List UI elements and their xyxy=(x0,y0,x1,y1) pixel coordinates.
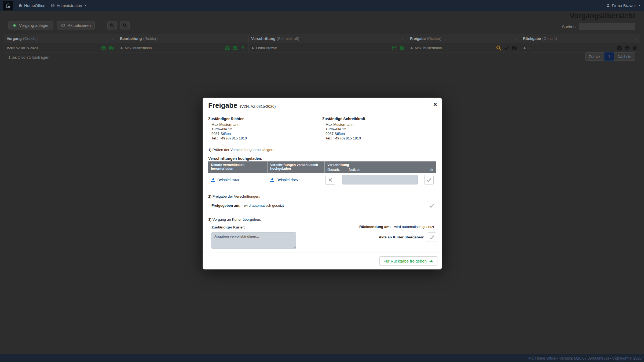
submit-label: Für Rückgabe freigeben xyxy=(383,259,427,263)
column-sublabel: (Gericht) xyxy=(542,36,557,41)
freigabe-check-button[interactable] xyxy=(427,201,436,210)
divider xyxy=(208,214,436,214)
check-icon xyxy=(429,203,435,209)
reject-button[interactable] xyxy=(325,175,335,185)
house-icon xyxy=(18,3,22,8)
col-ok: ok xyxy=(424,168,434,172)
diktat-file-cell: Beispiel.m4a xyxy=(208,178,267,182)
printer-icon[interactable] xyxy=(624,45,630,51)
person-icon xyxy=(523,46,526,50)
step2-label: Freigabe der Verschriftungen. xyxy=(213,194,260,198)
step3-text: 3) Vorgang an Kurier übergeben. xyxy=(208,217,436,221)
close-icon[interactable]: × xyxy=(432,101,438,109)
refresh-button[interactable]: Aktualisieren xyxy=(57,21,95,29)
column-header-freigabe[interactable]: Freigabe (Richter) ↑↓ xyxy=(407,34,520,43)
verschriftung-user: Firma Brawur xyxy=(256,46,277,50)
row-actions xyxy=(324,175,436,185)
pagination-next-button[interactable]: Nächste xyxy=(614,52,635,61)
column-header-vorgang[interactable]: Vorgang (Gericht) ↑↓ xyxy=(4,34,117,43)
divider xyxy=(208,191,436,191)
step3-label: Vorgang an Kurier übergeben. xyxy=(213,217,261,221)
pagination-prev-button[interactable]: Zurück xyxy=(585,52,604,61)
check-icon[interactable] xyxy=(504,45,509,51)
search-icon[interactable] xyxy=(496,45,502,51)
step1-label: Prüfen der Verschriftungen bestätigen. xyxy=(213,148,274,152)
microphone-icon[interactable] xyxy=(240,45,246,50)
col-verschriftung-group: Verschriftung überarb. Notizen ok xyxy=(324,161,436,173)
verschriftung-file-cell: Beispiel.docx xyxy=(267,178,324,182)
truck-icon[interactable] xyxy=(512,45,517,51)
column-header-rueckgabe[interactable]: Rückgabe (Gericht) ↑↓ xyxy=(520,34,640,43)
step2-text: 2) Freigabe der Verschriftungen. xyxy=(208,194,436,198)
freigegeben-am-value: - wird automatisch gesetzt - xyxy=(242,204,286,208)
trash-icon[interactable] xyxy=(632,45,637,50)
page-title: Vorgangsübersicht xyxy=(570,12,635,20)
ok-check-button[interactable] xyxy=(424,175,434,184)
refresh-icon xyxy=(61,23,65,28)
caret-down-icon xyxy=(84,4,87,7)
column-label: Bearbeitung xyxy=(120,36,142,41)
kurier-textarea[interactable] xyxy=(211,232,296,249)
kurier-label: Zuständiger Kurier: xyxy=(211,225,245,229)
column-sublabel: (Richter) xyxy=(427,36,441,41)
arrow-right-icon xyxy=(429,259,433,263)
richter-street: Turm-Alle 12 xyxy=(208,127,322,131)
zoom-in-button[interactable] xyxy=(107,21,117,29)
app-logo[interactable] xyxy=(3,1,13,10)
schreibkraft-name: Max Mustermann xyxy=(322,122,436,127)
step1-text: 1) Prüfen der Verschriftungen bestätigen… xyxy=(208,148,436,152)
richter-name: Max Mustermann xyxy=(208,122,322,127)
search-input[interactable] xyxy=(579,23,635,30)
step1-number: 1) xyxy=(208,148,211,152)
modal-title: Freigabe xyxy=(208,101,237,109)
download-audio-link[interactable]: Beispiel.m4a xyxy=(217,178,239,182)
truck-icon[interactable] xyxy=(109,45,114,51)
upload-table-header: Diktate verschlüsselt herunterladen Vers… xyxy=(208,161,436,173)
user-menu-label: Firma Brawur xyxy=(612,3,636,8)
step3-number: 3) xyxy=(208,217,211,221)
inbox-icon[interactable] xyxy=(224,45,230,51)
schreibkraft-city: 9087 Stiften xyxy=(322,131,436,136)
richter-phone: Tel.: +49 (0) 815 1810 xyxy=(208,136,322,141)
sort-icon: ↑↓ xyxy=(112,37,114,40)
footer-version-text: MC Home Office • Version: M20.07.09(66fe… xyxy=(528,356,642,360)
caret-down-icon xyxy=(638,4,641,7)
file-icon[interactable] xyxy=(399,45,404,50)
akte-check-button[interactable] xyxy=(427,232,436,242)
create-vorgang-button[interactable]: Vorgang anlegen xyxy=(8,21,53,29)
person-icon xyxy=(606,4,610,8)
cell-vorgang: VZN: AZ 0815-2020 xyxy=(4,43,117,53)
step3-grid: Zuständiger Kurier: Rücksendung am: - wi… xyxy=(208,225,436,249)
modal-header: Freigabe (VZN: AZ 0815-2020) × xyxy=(203,98,442,113)
save-icon[interactable] xyxy=(391,45,397,51)
user-menu[interactable]: Firma Brawur xyxy=(606,3,641,8)
richter-heading: Zuständiger Richter xyxy=(208,117,322,121)
nav-administration[interactable]: Administration xyxy=(51,3,87,8)
inbox-icon[interactable] xyxy=(616,45,622,51)
download-doc-link[interactable]: Beispiel.docx xyxy=(276,178,299,182)
vorgang-table: Vorgang (Gericht) ↑↓ Bearbeitung (Richte… xyxy=(4,34,640,53)
column-sublabel: (Richter) xyxy=(143,36,158,41)
zoom-in-icon xyxy=(110,23,114,28)
schreibkraft-contact: Zuständige Schreibkraft Max Mustermann T… xyxy=(322,117,436,141)
sort-icon: ↑↓ xyxy=(635,37,637,40)
freigegeben-am-label: Freigegeben am: xyxy=(211,204,240,208)
sort-icon: ↑↓ xyxy=(243,37,246,40)
pagination-page-1[interactable]: 1 xyxy=(604,52,614,61)
notizen-input[interactable] xyxy=(342,175,418,184)
column-header-bearbeitung[interactable]: Bearbeitung (Richter) ↑↓ xyxy=(117,34,248,43)
contacts: Zuständiger Richter Max Mustermann Turm-… xyxy=(208,117,436,141)
divider xyxy=(208,144,436,144)
cell-freigabe: Max Mustermann xyxy=(407,43,520,53)
printer-icon[interactable] xyxy=(101,45,106,51)
laptop-icon[interactable] xyxy=(232,45,238,51)
submit-freigabe-button[interactable]: Für Rückgabe freigeben xyxy=(379,256,437,266)
nav-homeoffice[interactable]: HomeOffice xyxy=(18,3,45,8)
col-verschriftungen: Verschriftungen verschlüsselt hochgelade… xyxy=(267,161,324,173)
x-icon xyxy=(328,178,333,182)
col-ueberarb: überarb. xyxy=(327,168,349,172)
zoom-out-button[interactable] xyxy=(120,21,130,29)
entries-info: 1 bis 1 von 1 Einträgen xyxy=(8,55,49,60)
column-header-verschriftung[interactable]: Verschriftung (Schreibkraft) ↑↓ xyxy=(248,34,407,43)
freigabe-modal: Freigabe (VZN: AZ 0815-2020) × Zuständig… xyxy=(203,98,442,269)
